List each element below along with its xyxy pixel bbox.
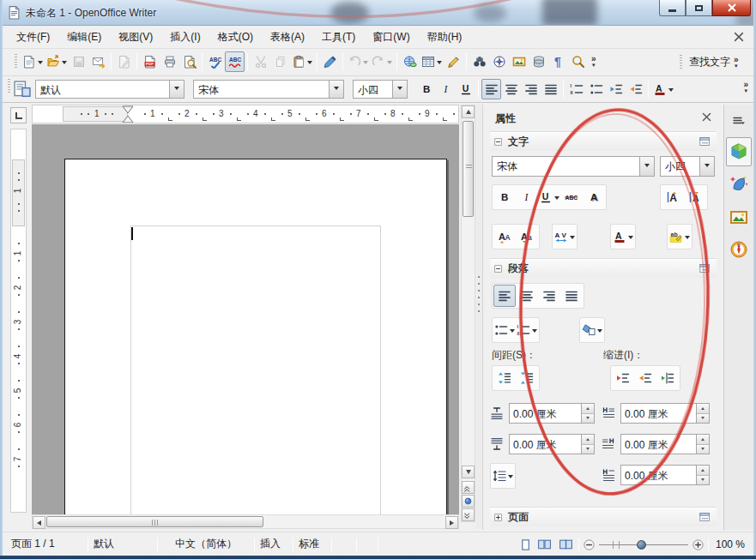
- scroll-right-button[interactable]: [445, 516, 458, 529]
- increase-indent-button[interactable]: [626, 79, 645, 99]
- document-page[interactable]: [64, 159, 447, 514]
- dropdown-arrow-icon[interactable]: [62, 61, 67, 67]
- dropdown-arrow-icon[interactable]: [38, 61, 43, 67]
- menu-item-6[interactable]: 工具(T): [313, 27, 364, 48]
- bullet-list-button[interactable]: [493, 319, 516, 341]
- status-cell-0[interactable]: 页面 1 / 1: [6, 537, 88, 551]
- menubar-close-icon[interactable]: [733, 31, 745, 43]
- draw-functions-button[interactable]: [444, 51, 463, 72]
- paragraph-section-header[interactable]: 段落: [490, 259, 717, 278]
- paragraph-dialog-launcher-icon[interactable]: [699, 263, 711, 274]
- find-toolbar-grip[interactable]: [680, 55, 682, 70]
- dropdown-arrow-icon[interactable]: [668, 88, 674, 94]
- find-replace-button[interactable]: [469, 51, 489, 72]
- document-canvas[interactable]: [32, 124, 459, 514]
- zoom-percentage[interactable]: 100 %: [716, 538, 745, 550]
- italic-button[interactable]: I: [436, 79, 456, 99]
- dropdown-arrow-icon[interactable]: [437, 61, 442, 67]
- close-button[interactable]: [712, 0, 751, 16]
- decrease-indent-button[interactable]: [634, 367, 656, 389]
- collapse-icon[interactable]: [493, 264, 503, 273]
- italic-button[interactable]: I: [516, 186, 538, 208]
- minimize-button[interactable]: [659, 0, 686, 16]
- spin-down-button[interactable]: [697, 414, 709, 424]
- insert-table-button[interactable]: [420, 51, 444, 72]
- tab-navigator[interactable]: N: [726, 235, 752, 264]
- numbered-list-button[interactable]: III: [516, 319, 538, 341]
- open-button[interactable]: [45, 51, 69, 72]
- tab-styles-formatting[interactable]: [726, 170, 752, 199]
- menu-item-5[interactable]: 表格(A): [262, 27, 313, 48]
- increase-indent-button[interactable]: [612, 367, 634, 389]
- before-indent-value[interactable]: 0.00 厘米: [621, 404, 696, 423]
- ruler-corner-button[interactable]: [10, 107, 27, 123]
- hyperlink-button[interactable]: [400, 51, 420, 72]
- bold-button[interactable]: B: [416, 79, 436, 99]
- firstline-indent-value[interactable]: 0.00 厘米: [621, 466, 696, 484]
- page-dialog-launcher-icon[interactable]: [699, 512, 711, 523]
- spin-up-button[interactable]: [582, 404, 594, 414]
- spin-up-button[interactable]: [697, 404, 709, 414]
- edit-file-button[interactable]: [114, 51, 134, 72]
- paste-button[interactable]: [290, 51, 314, 72]
- align-right-button[interactable]: [521, 79, 541, 99]
- book-view-button[interactable]: [557, 538, 575, 552]
- align-left-button[interactable]: [493, 285, 516, 307]
- decrease-spacing-button[interactable]: [516, 367, 538, 389]
- undo-button[interactable]: [346, 51, 370, 72]
- spin-up-button[interactable]: [697, 435, 709, 445]
- numbered-list-button[interactable]: III: [566, 79, 586, 99]
- dropdown-arrow-icon[interactable]: [628, 236, 633, 242]
- bullet-list-button[interactable]: [586, 79, 606, 99]
- dropdown-arrow-icon[interactable]: [685, 236, 690, 242]
- indent-marker[interactable]: [121, 105, 135, 123]
- dropdown-arrow-icon[interactable]: [307, 61, 312, 67]
- paragraph-style-dropdown-icon[interactable]: [169, 81, 184, 98]
- toolbar-overflow-button[interactable]: »▾: [743, 81, 748, 93]
- font-name-value[interactable]: 宋体: [194, 81, 329, 98]
- menu-item-2[interactable]: 视图(V): [110, 27, 161, 48]
- line-spacing-button[interactable]: [492, 465, 514, 487]
- align-justify-button[interactable]: [541, 79, 560, 99]
- after-indent-value[interactable]: 0.00 厘米: [621, 435, 696, 454]
- tab-gallery[interactable]: [726, 202, 752, 231]
- find-toolbar-overflow-button[interactable]: »▾: [734, 57, 739, 69]
- above-spacing-value[interactable]: 0.00 厘米: [510, 404, 581, 423]
- spellcheck-button[interactable]: ABC: [205, 51, 225, 72]
- uppercase-button[interactable]: AA: [493, 225, 516, 248]
- lowercase-button[interactable]: Aa: [516, 225, 538, 248]
- align-right-button[interactable]: [538, 285, 560, 307]
- sidebar-font-name-dropdown-icon[interactable]: [639, 157, 654, 176]
- save-button[interactable]: [69, 51, 88, 72]
- export-pdf-button[interactable]: PDF: [140, 51, 160, 72]
- grow-font-button[interactable]: A: [662, 186, 684, 208]
- dropdown-arrow-icon[interactable]: [597, 329, 602, 335]
- spin-down-button[interactable]: [582, 414, 594, 424]
- strikethrough-button[interactable]: ABC: [560, 186, 583, 208]
- previous-page-button[interactable]: [462, 481, 475, 494]
- status-cell-1[interactable]: 默认: [88, 537, 157, 551]
- toolbar-grip[interactable]: [8, 79, 10, 94]
- next-page-button[interactable]: [462, 508, 475, 521]
- print-button[interactable]: [160, 51, 179, 72]
- font-color-button[interactable]: A: [651, 79, 675, 99]
- styles-panel-button[interactable]: [13, 80, 32, 99]
- bold-button[interactable]: B: [493, 186, 516, 208]
- spin-down-button[interactable]: [582, 445, 594, 454]
- formatting-marks-button[interactable]: ¶: [548, 51, 568, 72]
- align-left-button[interactable]: [481, 79, 501, 99]
- underline-button[interactable]: U: [538, 186, 560, 208]
- paragraph-style-value[interactable]: 默认: [36, 81, 169, 98]
- sidebar-font-size-dropdown-icon[interactable]: [699, 157, 714, 176]
- title-bar[interactable]: 未命名 1 - OpenOffice Writer: [0, 0, 756, 26]
- multi-page-view-button[interactable]: [535, 538, 553, 552]
- paragraph-background-color-button[interactable]: [581, 319, 603, 341]
- navigation-button[interactable]: [462, 495, 475, 508]
- below-spacing-value[interactable]: 0.00 厘米: [510, 435, 581, 454]
- new-document-button[interactable]: [21, 51, 45, 72]
- horizontal-scrollbar-thumb[interactable]: [46, 516, 263, 527]
- menu-item-7[interactable]: 窗口(W): [364, 27, 418, 48]
- sidebar-close-icon[interactable]: [701, 111, 712, 123]
- menu-item-4[interactable]: 格式(O): [209, 27, 262, 48]
- align-center-button[interactable]: [516, 285, 538, 307]
